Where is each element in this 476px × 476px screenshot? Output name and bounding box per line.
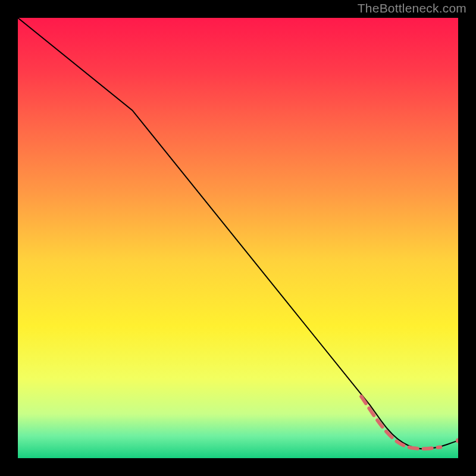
chart-stage: TheBottleneck.com	[0, 0, 476, 476]
gradient-background	[18, 18, 458, 458]
plot-area	[18, 18, 458, 458]
chart-svg	[18, 18, 458, 458]
watermark-text: TheBottleneck.com	[358, 1, 466, 15]
